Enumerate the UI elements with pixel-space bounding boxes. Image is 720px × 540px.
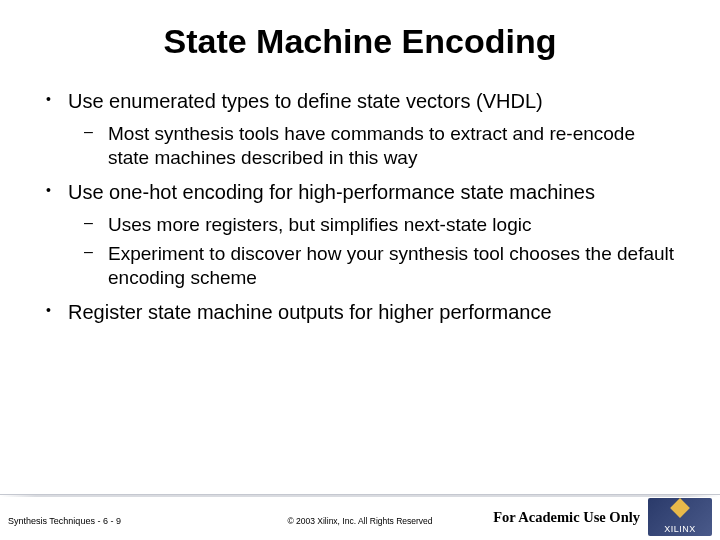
footer-right-group: For Academic Use Only XILINX [493,494,712,540]
footer-left-text: Synthesis Techniques - 6 - 9 [8,516,121,526]
bullet-text: Use one-hot encoding for high-performanc… [68,181,595,203]
bullet-item: Register state machine outputs for highe… [40,300,680,325]
slide-footer: Synthesis Techniques - 6 - 9 © 2003 Xili… [0,494,720,540]
sub-bullet-item: Experiment to discover how your synthesi… [68,242,680,290]
footer-academic-text: For Academic Use Only [493,509,640,526]
bullet-text: Register state machine outputs for highe… [68,301,552,323]
xilinx-logo-icon: XILINX [648,498,712,536]
sub-bullet-item: Most synthesis tools have commands to ex… [68,122,680,170]
bullet-text: Use enumerated types to define state vec… [68,90,543,112]
logo-text: XILINX [664,524,696,536]
footer-copyright: © 2003 Xilinx, Inc. All Rights Reserved [287,516,432,526]
sub-bullet-item: Uses more registers, but simplifies next… [68,213,680,237]
slide-body: Use enumerated types to define state vec… [0,71,720,325]
bullet-item: Use one-hot encoding for high-performanc… [40,180,680,290]
bullet-item: Use enumerated types to define state vec… [40,89,680,170]
slide-title: State Machine Encoding [0,0,720,71]
